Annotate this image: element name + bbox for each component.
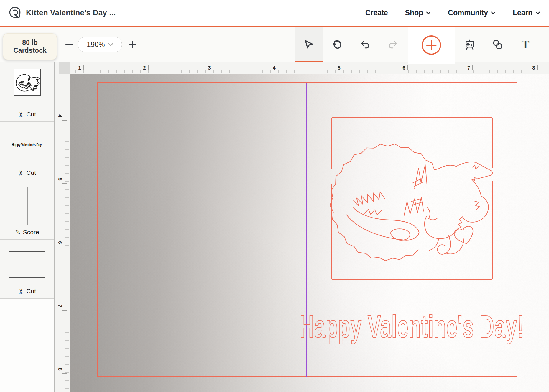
header-bar: Kitten Valentine's Day ... Create Shop C… <box>0 0 549 27</box>
scissors-icon: ✂ <box>18 111 24 117</box>
chevron-down-icon <box>535 11 540 14</box>
premium-art-button[interactable] <box>457 27 482 62</box>
zoom-out-button[interactable] <box>63 27 75 62</box>
kitten-thumbnail <box>14 69 41 96</box>
material-button[interactable]: 80 lb Cardstock <box>3 33 57 60</box>
add-artwork-button[interactable] <box>408 27 455 64</box>
operation-label: ✎ Score <box>0 229 54 236</box>
nav-create[interactable]: Create <box>365 9 388 17</box>
zoom-level-value: 190% <box>87 40 105 49</box>
shapes-icon <box>492 39 503 50</box>
text-T-icon: T <box>522 39 530 50</box>
operation-label: ✂ Cut <box>0 169 54 176</box>
magic-easel-icon <box>463 39 475 50</box>
vertical-ruler: 4 5 6 7 8 <box>55 74 70 392</box>
step-item-score-line[interactable]: ✎ Score <box>0 180 54 240</box>
step-item-kitten-cut[interactable]: ✂ Cut <box>0 62 54 122</box>
steps-sidebar: ✂ Cut Happy Valentine's Day! ✂ Cut ✎ Sco… <box>0 62 55 392</box>
design-canvas[interactable]: Happy Valentine's Day! <box>70 74 549 392</box>
ruler-ticks <box>55 70 549 73</box>
plus-icon <box>129 41 137 48</box>
scissors-icon: ✂ <box>18 288 24 294</box>
text-tool-button[interactable]: T <box>513 27 538 62</box>
score-line-thumbnail <box>27 187 28 225</box>
select-tool-button[interactable] <box>296 27 321 62</box>
toolbar: 80 lb Cardstock 190% <box>0 27 549 62</box>
plus-circle-icon <box>420 34 442 56</box>
paper-texture <box>70 74 549 392</box>
chevron-down-icon <box>108 43 113 46</box>
main-nav: Create Shop Community Learn <box>365 0 540 26</box>
horizontal-ruler: 1 2 3 4 5 6 7 8 <box>55 62 549 74</box>
undo-arrow-icon <box>360 40 370 49</box>
ruler-corner <box>59 62 70 74</box>
hand-icon <box>331 39 343 50</box>
text-thumbnail: Happy Valentine's Day! <box>12 142 42 147</box>
zoom-level-dropdown[interactable]: 190% <box>78 37 122 52</box>
nav-community[interactable]: Community <box>448 9 496 17</box>
redo-button[interactable] <box>380 27 406 62</box>
project-title[interactable]: Kitten Valentine's Day ... <box>26 0 116 26</box>
zoom-in-button[interactable] <box>126 27 139 62</box>
app-window: Kitten Valentine's Day ... Create Shop C… <box>0 0 549 392</box>
undo-button[interactable] <box>352 27 378 62</box>
svg-text:Happy Valentine's Day!: Happy Valentine's Day! <box>300 309 524 344</box>
operation-label: ✂ Cut <box>0 111 54 118</box>
card-text[interactable]: Happy Valentine's Day! <box>300 309 524 344</box>
chevron-down-icon <box>426 11 431 14</box>
pencil-icon: ✎ <box>15 229 20 235</box>
rectangle-thumbnail <box>9 251 45 278</box>
step-item-rectangle-cut[interactable]: ✂ Cut <box>0 240 54 299</box>
shapes-button[interactable] <box>485 27 510 62</box>
nav-shop[interactable]: Shop <box>405 9 431 17</box>
ruler-ticks <box>65 74 69 392</box>
glowforge-logo-icon[interactable] <box>9 6 22 21</box>
scissors-icon: ✂ <box>18 170 24 175</box>
redo-arrow-icon <box>388 40 398 49</box>
operation-label: ✂ Cut <box>0 288 54 295</box>
cursor-arrow-icon <box>303 39 314 50</box>
nav-learn[interactable]: Learn <box>513 9 540 17</box>
step-item-text-cut[interactable]: Happy Valentine's Day! ✂ Cut <box>0 122 54 180</box>
minus-icon <box>65 44 73 45</box>
pan-tool-button[interactable] <box>324 27 350 62</box>
chevron-down-icon <box>491 11 496 14</box>
